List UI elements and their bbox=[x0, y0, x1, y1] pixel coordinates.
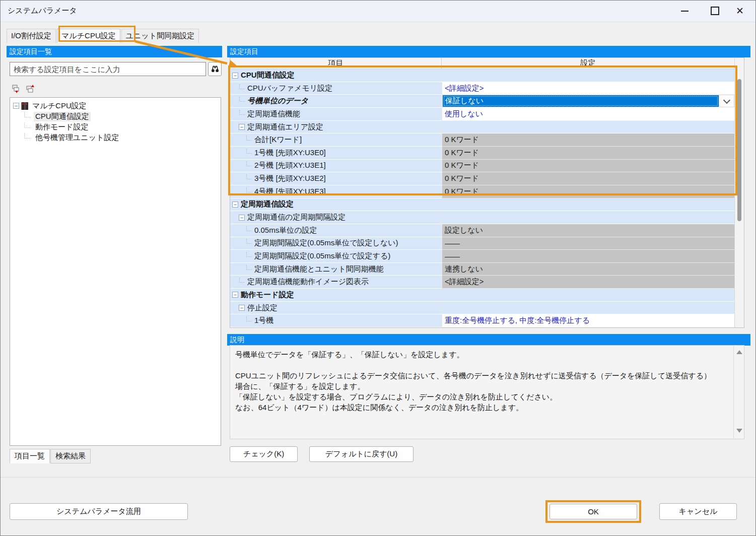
tree-item[interactable]: 動作モード設定 bbox=[10, 122, 221, 132]
collapse-icon[interactable]: − bbox=[239, 124, 245, 130]
row-item: −定周期通信設定 bbox=[230, 198, 442, 212]
table-scrollbar[interactable] bbox=[734, 58, 744, 327]
scroll-up-icon[interactable] bbox=[736, 350, 742, 354]
expand-all-icon[interactable] bbox=[26, 84, 36, 94]
tab-inter-unit-sync[interactable]: ユニット間同期設定 bbox=[121, 29, 199, 43]
table-row[interactable]: −定周期通信の定周期間隔設定 bbox=[230, 211, 734, 224]
settings-tree: − マルチCPU設定 CPU間通信設定動作モード設定他号機管理ユニット設定 bbox=[10, 97, 221, 446]
table-row[interactable]: 0.05ms単位の設定設定しない bbox=[230, 224, 734, 237]
tree-item[interactable]: CPU間通信設定 bbox=[10, 111, 221, 122]
table-row[interactable]: 定周期間隔設定(0.05ms単位で設定する)―― bbox=[230, 250, 734, 263]
scrollbar-thumb[interactable] bbox=[737, 79, 741, 221]
table-row[interactable]: 3号機 [先頭XY:U3E2]0 Kワード bbox=[230, 172, 734, 185]
column-header-setting: 設定 bbox=[442, 58, 734, 69]
table-rows: −CPU間通信設定CPUバッファメモリ設定<詳細設定>号機単位のデータ保証しない… bbox=[230, 69, 734, 327]
collapse-icon[interactable]: − bbox=[232, 292, 238, 298]
row-value-label: ―― bbox=[445, 239, 460, 247]
row-value-label: 連携しない bbox=[445, 264, 483, 274]
settings-table-main: 項目 設定 −CPU間通信設定CPUバッファメモリ設定<詳細設定>号機単位のデー… bbox=[230, 58, 734, 327]
row-item: 合計[Kワード] bbox=[230, 133, 442, 147]
row-item-label: 定周期通信エリア設定 bbox=[247, 122, 323, 132]
description-line: 場合に、「保証する」を設定します。 bbox=[235, 381, 729, 391]
row-value[interactable]: <詳細設定> bbox=[442, 82, 734, 95]
tree-item[interactable]: 他号機管理ユニット設定 bbox=[10, 132, 221, 143]
table-row[interactable]: CPUバッファメモリ設定<詳細設定> bbox=[230, 82, 734, 95]
tree-connector bbox=[246, 187, 252, 192]
table-row[interactable]: 定周期間隔設定(0.05ms単位で設定しない)―― bbox=[230, 237, 734, 250]
collapse-icon[interactable]: − bbox=[232, 202, 238, 208]
maximize-button[interactable] bbox=[703, 1, 726, 21]
table-row[interactable]: −定周期通信エリア設定 bbox=[230, 121, 734, 134]
minimize-icon bbox=[681, 11, 689, 12]
row-item-label: CPU間通信設定 bbox=[240, 71, 295, 80]
settings-table: 項目 設定 −CPU間通信設定CPUバッファメモリ設定<詳細設定>号機単位のデー… bbox=[230, 57, 744, 328]
row-item-label: 定周期通信機能動作イメージ図表示 bbox=[247, 277, 369, 287]
row-item-label: 号機単位のデータ bbox=[247, 96, 308, 106]
row-item-label: 4号機 [先頭XY:U3E3] bbox=[254, 187, 326, 196]
check-button[interactable]: チェック(K) bbox=[230, 446, 298, 462]
tree-root-multi-cpu[interactable]: − マルチCPU設定 bbox=[10, 100, 221, 111]
close-icon: ✕ bbox=[736, 6, 744, 16]
tree-item-label: 他号機管理ユニット設定 bbox=[34, 133, 120, 143]
description-text: 号機単位でデータを「保証する」、「保証しない」を設定します。 CPUユニット間の… bbox=[235, 349, 729, 413]
tree-root-label: マルチCPU設定 bbox=[31, 101, 88, 111]
collapse-icon[interactable]: − bbox=[239, 305, 245, 311]
setting-combobox[interactable]: 保証しない bbox=[442, 95, 734, 107]
row-value bbox=[442, 121, 734, 134]
minimize-button[interactable] bbox=[673, 1, 696, 21]
table-row[interactable]: 定周期通信機能使用しない bbox=[230, 108, 734, 121]
table-row[interactable]: −動作モード設定 bbox=[230, 289, 734, 302]
row-value: 使用しない bbox=[442, 108, 734, 121]
collapse-all-icon[interactable] bbox=[12, 84, 22, 94]
row-item: 定周期間隔設定(0.05ms単位で設定しない) bbox=[230, 237, 442, 250]
tab-search-results[interactable]: 検索結果 bbox=[50, 449, 91, 463]
collapse-icon[interactable]: − bbox=[239, 215, 245, 221]
search-input[interactable] bbox=[10, 62, 206, 76]
table-row[interactable]: 1号機 [先頭XY:U3E0]0 Kワード bbox=[230, 147, 734, 160]
row-value: <詳細設定> bbox=[442, 276, 734, 289]
tab-multi-cpu[interactable]: マルチCPU設定 bbox=[57, 29, 120, 43]
table-row[interactable]: −CPU間通信設定 bbox=[230, 69, 734, 82]
restore-default-button[interactable]: デフォルトに戻す(U) bbox=[309, 446, 414, 462]
table-row[interactable]: 定周期通信機能動作イメージ図表示<詳細設定> bbox=[230, 276, 734, 289]
row-value-label: <詳細設定> bbox=[445, 277, 484, 287]
column-header-item: 項目 bbox=[230, 58, 442, 69]
table-row[interactable]: 定周期通信機能とユニット間同期機能連携しない bbox=[230, 263, 734, 276]
ok-button[interactable]: OK bbox=[549, 504, 637, 519]
table-row[interactable]: 合計[Kワード]0 Kワード bbox=[230, 133, 734, 147]
row-value-label: 0 Kワード bbox=[445, 174, 479, 183]
title-bar[interactable]: システムパラメータ ✕ bbox=[1, 1, 755, 22]
table-row[interactable]: 4号機 [先頭XY:U3E3]0 Kワード bbox=[230, 185, 734, 198]
tab-io-assignment[interactable]: I/O割付設定 bbox=[7, 29, 56, 43]
row-item-label: 定周期通信機能とユニット間同期機能 bbox=[254, 264, 384, 274]
row-value[interactable]: 保証しない bbox=[442, 95, 734, 108]
close-button[interactable]: ✕ bbox=[728, 1, 751, 21]
row-value-label: 0 Kワード bbox=[445, 161, 479, 170]
tab-item-list[interactable]: 項目一覧 bbox=[10, 449, 50, 463]
row-item: 4号機 [先頭XY:U3E3] bbox=[230, 185, 442, 198]
row-value: ―― bbox=[442, 250, 734, 263]
collapse-icon[interactable]: − bbox=[232, 73, 238, 79]
cancel-button[interactable]: キャンセル bbox=[659, 503, 737, 520]
row-value-label: 0 Kワード bbox=[445, 148, 479, 158]
table-row[interactable]: 号機単位のデータ保証しない bbox=[230, 95, 734, 108]
table-row[interactable]: −停止設定 bbox=[230, 302, 734, 315]
scroll-down-icon[interactable] bbox=[736, 429, 742, 433]
description-scrollbar[interactable] bbox=[733, 346, 744, 438]
settings-item-header: 設定項目 bbox=[227, 46, 750, 57]
description-line: 「保証しない」を設定する場合、プログラムにより、データの泣き別れを防止してくださ… bbox=[235, 391, 729, 402]
reuse-system-parameter-button[interactable]: システムパラメータ流用 bbox=[10, 503, 188, 520]
row-item: 2号機 [先頭XY:U3E1] bbox=[230, 160, 442, 173]
row-item: 号機単位のデータ bbox=[230, 95, 442, 108]
combobox-dropdown-button[interactable] bbox=[719, 95, 734, 107]
table-row[interactable]: −定周期通信設定 bbox=[230, 198, 734, 212]
table-row[interactable]: 1号機重度:全号機停止する, 中度:全号機停止する bbox=[230, 314, 734, 327]
row-value-label: 重度:全号機停止する, 中度:全号機停止する bbox=[445, 316, 590, 325]
search-button[interactable] bbox=[208, 62, 222, 76]
row-item-label: 定周期通信の定周期間隔設定 bbox=[247, 213, 346, 222]
row-item-label: 動作モード設定 bbox=[240, 290, 294, 300]
collapse-icon[interactable]: − bbox=[13, 103, 19, 109]
row-item: 定周期間隔設定(0.05ms単位で設定する) bbox=[230, 250, 442, 263]
row-item-label: 定周期間隔設定(0.05ms単位で設定する) bbox=[254, 251, 390, 261]
table-row[interactable]: 2号機 [先頭XY:U3E1]0 Kワード bbox=[230, 160, 734, 173]
